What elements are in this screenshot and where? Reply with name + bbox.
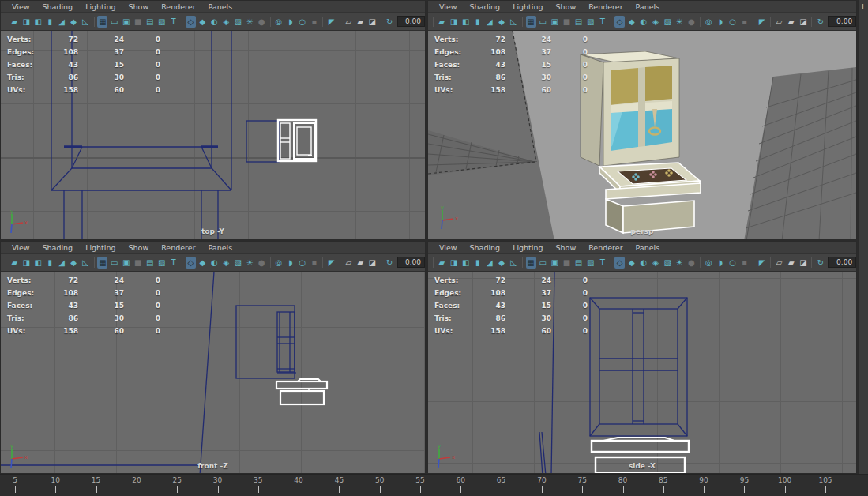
menu-renderer[interactable]: Renderer bbox=[582, 2, 629, 11]
camera-icon[interactable]: ▰ bbox=[9, 16, 20, 28]
safe-title-icon[interactable]: T bbox=[597, 16, 607, 28]
xray-icon[interactable]: ▨ bbox=[233, 16, 243, 28]
menu-lighting[interactable]: Lighting bbox=[79, 243, 122, 252]
wireframe-display-icon[interactable]: ◇ bbox=[614, 16, 625, 28]
time-slider[interactable]: 5101520253035404550556065707580859095100… bbox=[0, 474, 868, 496]
safe-action-icon[interactable]: ▧ bbox=[585, 257, 596, 269]
pan-zoom-icon[interactable]: ◆ bbox=[69, 257, 79, 269]
screen-space-ao-icon[interactable]: ◎ bbox=[704, 257, 714, 269]
refresh-icon[interactable]: ↻ bbox=[385, 257, 395, 269]
anti-alias-icon[interactable]: ○ bbox=[297, 257, 307, 269]
wireframe-canvas-top[interactable]: x y bbox=[1, 31, 425, 239]
wireframe-on-shaded-icon[interactable]: ◈ bbox=[650, 257, 660, 269]
safe-title-icon[interactable]: T bbox=[168, 16, 178, 28]
menu-panels[interactable]: Panels bbox=[629, 243, 667, 252]
screen-space-ao-icon[interactable]: ◎ bbox=[273, 16, 284, 28]
safe-action-icon[interactable]: ▧ bbox=[156, 257, 167, 269]
snapshot-paste-icon[interactable]: ▰ bbox=[786, 257, 796, 269]
safe-action-icon[interactable]: ▧ bbox=[156, 16, 167, 28]
anti-alias-icon[interactable]: ○ bbox=[727, 257, 738, 269]
wireframe-display-icon[interactable]: ◇ bbox=[186, 257, 196, 269]
wireframe-display-icon[interactable]: ◇ bbox=[186, 16, 196, 28]
xray-icon[interactable]: ▨ bbox=[663, 16, 673, 28]
camera-attributes-icon[interactable]: ◧ bbox=[460, 16, 471, 28]
menu-shading[interactable]: Shading bbox=[464, 2, 507, 11]
snapshot-copy-icon[interactable]: ▱ bbox=[344, 257, 354, 269]
camera-lock-icon[interactable]: ◨ bbox=[449, 16, 459, 28]
field-chart-icon[interactable]: ▤ bbox=[145, 257, 155, 269]
menu-lighting[interactable]: Lighting bbox=[79, 2, 122, 11]
menu-lighting[interactable]: Lighting bbox=[506, 243, 549, 252]
menu-shading[interactable]: Shading bbox=[464, 243, 507, 252]
smooth-shade-icon[interactable]: ◆ bbox=[197, 16, 208, 28]
film-gate-icon[interactable]: ▭ bbox=[109, 257, 119, 269]
film-gate-icon[interactable]: ▭ bbox=[538, 257, 548, 269]
exposure-value-field[interactable]: 0.00 bbox=[828, 257, 856, 268]
menu-lighting[interactable]: Lighting bbox=[506, 2, 549, 11]
menu-shading[interactable]: Shading bbox=[36, 2, 80, 11]
camera-lock-icon[interactable]: ◨ bbox=[449, 257, 459, 269]
refresh-icon[interactable]: ↻ bbox=[815, 257, 825, 269]
isolate-select-icon[interactable]: ◤ bbox=[757, 16, 767, 28]
camera-attributes-icon[interactable]: ◧ bbox=[33, 257, 43, 269]
camera-icon[interactable]: ▰ bbox=[437, 16, 447, 28]
image-plane-icon[interactable]: ◢ bbox=[484, 257, 494, 269]
isolate-select-icon[interactable]: ◤ bbox=[757, 257, 767, 269]
lighting-icon[interactable]: ☀ bbox=[245, 257, 255, 269]
snapshot-paste-icon[interactable]: ▰ bbox=[355, 257, 366, 269]
lighting-icon[interactable]: ☀ bbox=[674, 16, 685, 28]
menu-renderer[interactable]: Renderer bbox=[155, 243, 201, 252]
menu-renderer[interactable]: Renderer bbox=[155, 2, 201, 11]
grease-pencil-icon[interactable]: ◺ bbox=[81, 257, 91, 269]
viewport-top[interactable]: x y Verts:72240Edges:108370Faces:43150Tr… bbox=[1, 31, 425, 239]
wireframe-canvas-side[interactable]: x y bbox=[428, 272, 856, 473]
menu-show[interactable]: Show bbox=[550, 2, 583, 11]
grid-icon[interactable]: ▦ bbox=[526, 16, 536, 28]
menu-panels[interactable]: Panels bbox=[202, 2, 239, 11]
menu-show[interactable]: Show bbox=[550, 243, 583, 252]
resolution-gate-icon[interactable]: ▣ bbox=[550, 257, 560, 269]
resolution-gate-icon[interactable]: ▣ bbox=[121, 257, 131, 269]
gate-mask-icon[interactable]: ■ bbox=[133, 16, 143, 28]
render-image-icon[interactable]: ◪ bbox=[367, 257, 378, 269]
screen-space-ao-icon[interactable]: ◎ bbox=[704, 16, 714, 28]
xray-icon[interactable]: ▨ bbox=[233, 257, 243, 269]
wireframe-display-icon[interactable]: ◇ bbox=[614, 257, 625, 269]
field-chart-icon[interactable]: ▤ bbox=[573, 257, 584, 269]
snapshot-paste-icon[interactable]: ▰ bbox=[786, 16, 796, 28]
gate-mask-icon[interactable]: ■ bbox=[562, 257, 572, 269]
snapshot-copy-icon[interactable]: ▱ bbox=[344, 16, 354, 28]
safe-title-icon[interactable]: T bbox=[168, 257, 178, 269]
isolate-select-icon[interactable]: ◤ bbox=[326, 16, 336, 28]
menu-show[interactable]: Show bbox=[122, 243, 156, 252]
render-image-icon[interactable]: ◪ bbox=[798, 257, 808, 269]
menu-view[interactable]: View bbox=[433, 243, 464, 252]
menu-panels[interactable]: Panels bbox=[629, 2, 667, 11]
motion-blur-icon[interactable]: ◗ bbox=[285, 257, 295, 269]
snapshot-copy-icon[interactable]: ▱ bbox=[774, 16, 784, 28]
image-plane-icon[interactable]: ◢ bbox=[57, 257, 67, 269]
bookmark-icon[interactable]: ▮ bbox=[472, 16, 483, 28]
camera-lock-icon[interactable]: ◨ bbox=[21, 16, 32, 28]
grid-icon[interactable]: ▦ bbox=[97, 257, 107, 269]
bookmark-icon[interactable]: ▮ bbox=[472, 257, 483, 269]
textured-icon[interactable]: ◐ bbox=[638, 16, 648, 28]
snapshot-paste-icon[interactable]: ▰ bbox=[355, 16, 366, 28]
depth-of-field-icon[interactable]: ▪ bbox=[309, 16, 319, 28]
isolate-select-icon[interactable]: ◤ bbox=[326, 257, 336, 269]
textured-icon[interactable]: ◐ bbox=[209, 16, 220, 28]
shadows-icon[interactable]: ● bbox=[686, 257, 697, 269]
xray-icon[interactable]: ▨ bbox=[663, 257, 673, 269]
exposure-value-field[interactable]: 0.00 bbox=[397, 257, 425, 268]
bookmark-icon[interactable]: ▮ bbox=[45, 16, 55, 28]
field-chart-icon[interactable]: ▤ bbox=[573, 16, 584, 28]
refresh-icon[interactable]: ↻ bbox=[815, 16, 825, 28]
motion-blur-icon[interactable]: ◗ bbox=[716, 257, 726, 269]
lighting-icon[interactable]: ☀ bbox=[674, 257, 685, 269]
shadows-icon[interactable]: ● bbox=[257, 257, 267, 269]
viewport-side[interactable]: x y Verts:72240Edges:108370Faces:43150Tr… bbox=[428, 272, 856, 473]
shaded-canvas-persp[interactable]: x y bbox=[428, 31, 856, 239]
gate-mask-icon[interactable]: ■ bbox=[562, 16, 572, 28]
textured-icon[interactable]: ◐ bbox=[638, 257, 648, 269]
image-plane-icon[interactable]: ◢ bbox=[57, 16, 67, 28]
